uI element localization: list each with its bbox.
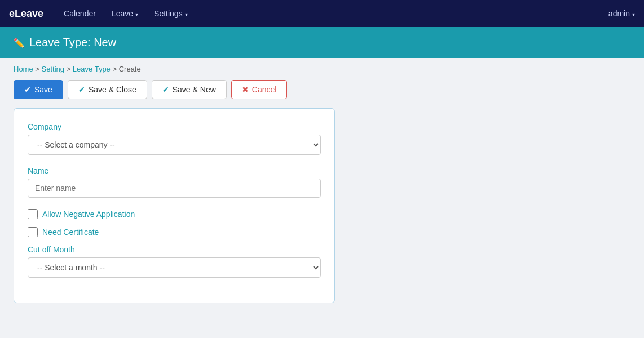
navbar-links: Calender Leave Settings [57,5,608,23]
admin-menu[interactable]: admin [608,9,635,18]
save-new-button[interactable]: Save & New [152,80,227,99]
save-close-button[interactable]: Save & Close [68,80,147,99]
allow-negative-label[interactable]: Allow Negative Application [42,210,135,219]
brand-logo[interactable]: eLeave [9,8,43,20]
save-new-check-icon [162,85,169,94]
nav-leave-label: Leave [112,9,133,18]
cancel-button[interactable]: Cancel [231,80,288,99]
allow-negative-group: Allow Negative Application [28,209,321,219]
nav-settings[interactable]: Settings [147,5,195,23]
cut-off-month-label: Cut off Month [28,245,321,254]
breadcrumb-leave-type[interactable]: Leave Type [73,65,111,73]
save-icon [24,85,31,94]
company-group: Company -- Select a company -- [28,122,321,155]
breadcrumb-home[interactable]: Home [14,65,33,73]
page-header: Leave Type: New [0,27,644,58]
admin-label: admin [608,9,630,18]
save-button[interactable]: Save [14,80,63,99]
cancel-x-icon [242,85,249,94]
form-card: Company -- Select a company -- Name Allo… [14,108,335,303]
breadcrumb-create: Create [119,65,141,73]
nav-leave[interactable]: Leave [105,5,145,23]
pencil-icon [14,36,25,49]
company-label: Company [28,122,321,131]
name-input[interactable] [28,179,321,198]
breadcrumb-setting[interactable]: Setting [42,65,64,73]
cut-off-month-select[interactable]: -- Select a month -- January February Ma… [28,257,321,278]
nav-leave-caret-icon [135,9,138,18]
need-certificate-group: Need Certificate [28,227,321,237]
cancel-label: Cancel [252,85,277,94]
toolbar: Save Save & Close Save & New Cancel [0,80,644,108]
save-new-label: Save & New [173,85,216,94]
save-close-check-icon [78,85,85,94]
need-certificate-checkbox[interactable] [28,227,38,237]
page-title: Leave Type: New [29,36,116,49]
nav-settings-caret-icon [185,9,188,18]
allow-negative-checkbox[interactable] [28,209,38,219]
navbar: eLeave Calender Leave Settings admin [0,0,644,27]
breadcrumb: Home > Setting > Leave Type > Create [0,58,644,80]
need-certificate-label[interactable]: Need Certificate [42,228,99,237]
nav-calender-label: Calender [64,9,96,18]
name-group: Name [28,166,321,198]
cut-off-month-group: Cut off Month -- Select a month -- Janua… [28,245,321,278]
name-label: Name [28,166,321,175]
admin-caret-icon [632,9,635,18]
company-select[interactable]: -- Select a company -- [28,135,321,155]
nav-calender[interactable]: Calender [57,5,103,23]
nav-settings-label: Settings [154,9,183,18]
save-label: Save [34,85,52,94]
save-close-label: Save & Close [89,85,136,94]
